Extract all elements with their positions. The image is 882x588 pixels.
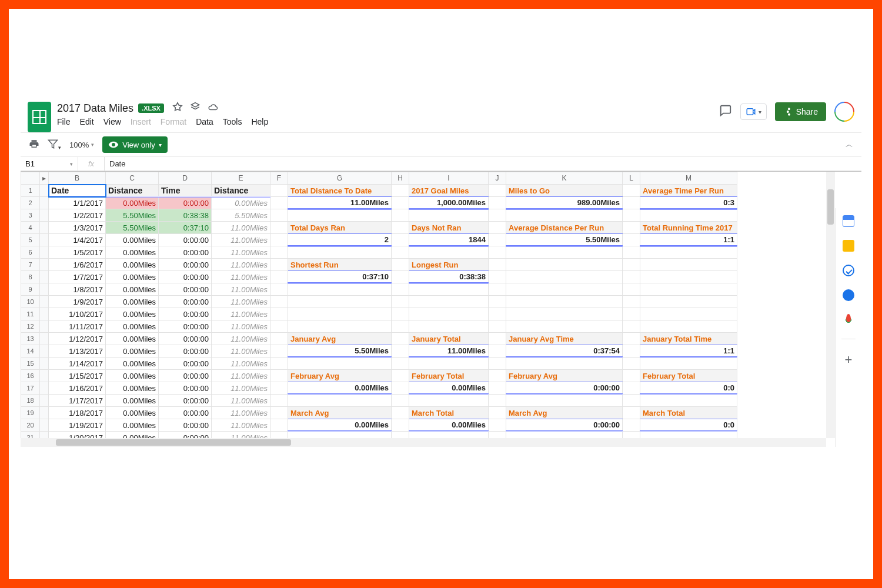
cell[interactable] [506, 283, 623, 296]
cell[interactable]: 11.00Miles [212, 259, 270, 271]
cell[interactable]: March Total [640, 407, 737, 419]
cell[interactable]: Distance [212, 185, 270, 197]
cell[interactable]: March Total [409, 407, 489, 419]
cell[interactable] [489, 222, 506, 234]
row-header[interactable]: 6 [21, 246, 40, 259]
cell[interactable]: 0:00:00 [159, 271, 212, 283]
cell[interactable] [40, 296, 49, 308]
cell[interactable]: Longest Run [409, 259, 489, 271]
select-all-corner[interactable] [21, 172, 40, 185]
cell[interactable] [506, 296, 623, 308]
cell[interactable] [489, 197, 506, 209]
cell[interactable]: 0:38:38 [409, 271, 489, 283]
cell[interactable]: 0:00:00 [159, 345, 212, 358]
cell[interactable] [409, 358, 489, 370]
cell[interactable]: 1/3/2017 [49, 222, 106, 234]
cell[interactable]: 11.00Miles [409, 345, 489, 358]
cell[interactable]: Total Days Ran [288, 222, 392, 234]
cell[interactable]: 11.00Miles [288, 197, 392, 209]
cell[interactable] [288, 246, 392, 259]
cell[interactable] [489, 185, 506, 197]
cell[interactable] [40, 419, 49, 432]
cell[interactable] [623, 333, 640, 345]
cell[interactable]: 0.00Miles [106, 320, 159, 333]
cell[interactable] [288, 432, 392, 439]
keep-icon[interactable] [843, 240, 854, 252]
cell[interactable] [489, 395, 506, 407]
cell[interactable] [623, 246, 640, 259]
cell[interactable]: January Avg [288, 333, 392, 345]
calendar-icon[interactable] [843, 215, 854, 227]
cell[interactable] [288, 296, 392, 308]
menu-tools[interactable]: Tools [223, 117, 242, 126]
cell[interactable] [270, 345, 288, 358]
cell[interactable] [392, 222, 409, 234]
cell[interactable]: Miles to Go [506, 185, 623, 197]
cell[interactable]: 0.00Miles [106, 407, 159, 419]
cell[interactable]: March Avg [506, 407, 623, 419]
cell[interactable] [640, 395, 737, 407]
cell[interactable]: 5.50Miles [106, 222, 159, 234]
cell[interactable]: 1/8/2017 [49, 283, 106, 296]
cell[interactable]: 1/4/2017 [49, 234, 106, 246]
cell[interactable] [623, 283, 640, 296]
cell[interactable]: 0:00:00 [159, 246, 212, 259]
cell[interactable] [640, 308, 737, 320]
cell[interactable]: February Avg [506, 370, 623, 382]
cell[interactable] [270, 432, 288, 439]
cell[interactable] [489, 271, 506, 283]
col-header-G[interactable]: G [288, 172, 392, 185]
menu-data[interactable]: Data [196, 117, 213, 126]
cell[interactable]: 0.00Miles [106, 395, 159, 407]
cell[interactable]: 0.00Miles [106, 382, 159, 395]
cloud-icon[interactable] [208, 102, 218, 115]
filter-icon[interactable]: ▾ [48, 139, 61, 151]
cell[interactable]: 0.00Miles [106, 432, 159, 439]
view-only-button[interactable]: View only ▾ [102, 136, 167, 153]
cell[interactable]: 1:1 [640, 234, 737, 246]
cell[interactable] [623, 209, 640, 222]
col-header-M[interactable]: M [640, 172, 737, 185]
cell[interactable] [40, 259, 49, 271]
cell[interactable]: February Total [409, 370, 489, 382]
cell[interactable]: January Total [409, 333, 489, 345]
cell[interactable]: January Avg Time [506, 333, 623, 345]
cell[interactable] [40, 209, 49, 222]
cell[interactable] [623, 358, 640, 370]
row-header[interactable]: 15 [21, 358, 40, 370]
row-header[interactable]: 5 [21, 234, 40, 246]
row-header[interactable]: 18 [21, 395, 40, 407]
col-header-B[interactable]: B [49, 172, 106, 185]
row-header[interactable]: 16 [21, 370, 40, 382]
cell[interactable]: 1:1 [640, 345, 737, 358]
cell[interactable] [623, 197, 640, 209]
cell[interactable]: 1/5/2017 [49, 246, 106, 259]
cell[interactable] [640, 271, 737, 283]
cell[interactable] [270, 271, 288, 283]
cell[interactable] [392, 333, 409, 345]
cell[interactable] [506, 246, 623, 259]
cell[interactable] [270, 308, 288, 320]
cell[interactable]: January Total Time [640, 333, 737, 345]
cell[interactable]: Average Distance Per Run [506, 222, 623, 234]
cell[interactable] [623, 271, 640, 283]
cell[interactable]: 0:00:00 [159, 395, 212, 407]
cell[interactable]: 1/15/2017 [49, 370, 106, 382]
cell[interactable]: 0:00:00 [506, 382, 623, 395]
cell[interactable]: 0:00:00 [159, 296, 212, 308]
cell[interactable]: 0:00:00 [159, 419, 212, 432]
cell[interactable] [489, 259, 506, 271]
cell[interactable] [392, 185, 409, 197]
cell[interactable]: 0.00Miles [106, 246, 159, 259]
cell[interactable]: 0:00:00 [159, 308, 212, 320]
cell[interactable]: 0.00Miles [106, 271, 159, 283]
cell[interactable]: Days Not Ran [409, 222, 489, 234]
cell[interactable]: Total Distance To Date [288, 185, 392, 197]
cell[interactable] [623, 234, 640, 246]
cell[interactable] [392, 370, 409, 382]
row-header[interactable]: 10 [21, 296, 40, 308]
cell[interactable]: 11.00Miles [212, 234, 270, 246]
cell[interactable]: 11.00Miles [212, 358, 270, 370]
collapse-toolbar-icon[interactable]: ︿ [846, 139, 853, 150]
cell[interactable] [392, 432, 409, 439]
